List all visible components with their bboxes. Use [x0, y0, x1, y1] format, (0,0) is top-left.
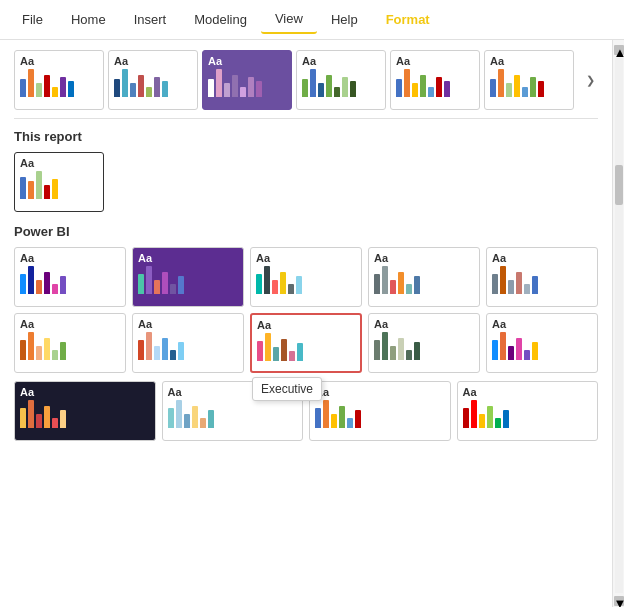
- bar: [310, 69, 316, 97]
- pbi-theme-card-6[interactable]: Aa: [132, 313, 244, 373]
- mini-bars: [138, 332, 238, 360]
- pbi-theme-card-8[interactable]: Aa: [368, 313, 480, 373]
- bar: [176, 400, 182, 428]
- bar: [240, 87, 246, 97]
- bar: [398, 338, 404, 360]
- top-theme-card-3[interactable]: Aa: [296, 50, 386, 110]
- bar: [178, 276, 184, 294]
- aa-label: Aa: [490, 55, 568, 67]
- pbi-theme-card-1[interactable]: Aa: [132, 247, 244, 307]
- bar: [347, 418, 353, 428]
- top-theme-card-2[interactable]: Aa: [202, 50, 292, 110]
- menu-view[interactable]: View: [261, 5, 317, 34]
- bar: [374, 274, 380, 294]
- top-theme-card-0[interactable]: Aa: [14, 50, 104, 110]
- aa-label: Aa: [396, 55, 474, 67]
- pbi-last-theme-card-3[interactable]: Aa: [457, 381, 599, 441]
- bar: [28, 400, 34, 428]
- bar: [492, 274, 498, 294]
- pbi-theme-card-3[interactable]: Aa: [368, 247, 480, 307]
- bar: [60, 342, 66, 360]
- aa-label: Aa: [168, 386, 298, 398]
- last-row-themes-grid: AaAaAaAa: [14, 381, 598, 441]
- bar: [326, 75, 332, 97]
- bar: [154, 280, 160, 294]
- scroll-up-btn[interactable]: ▲: [614, 45, 624, 55]
- bar: [36, 280, 42, 294]
- bar: [184, 414, 190, 428]
- mini-bars: [492, 332, 592, 360]
- bar: [323, 400, 329, 428]
- bar: [162, 338, 168, 360]
- menu-help[interactable]: Help: [317, 6, 372, 33]
- bar: [264, 266, 270, 294]
- bar: [390, 280, 396, 294]
- bar: [444, 81, 450, 97]
- menu-format[interactable]: Format: [372, 6, 444, 33]
- this-report-theme-card[interactable]: Aa: [14, 152, 104, 212]
- bar: [60, 77, 66, 97]
- this-report-title: This report: [14, 129, 598, 144]
- bar: [130, 83, 136, 97]
- bar: [68, 81, 74, 97]
- bar: [406, 284, 412, 294]
- bar: [138, 274, 144, 294]
- bar: [168, 408, 174, 428]
- bar: [428, 87, 434, 97]
- mini-bars: [256, 266, 356, 294]
- pbi-theme-card-2[interactable]: Aa: [250, 247, 362, 307]
- bar: [28, 266, 34, 294]
- aa-label: Aa: [257, 319, 355, 331]
- bar: [154, 77, 160, 97]
- bar: [248, 77, 254, 97]
- menu-insert[interactable]: Insert: [120, 6, 181, 33]
- bar: [500, 332, 506, 360]
- mini-bars: [20, 266, 120, 294]
- bar: [490, 79, 496, 97]
- pbi-theme-card-7[interactable]: AaExecutive: [250, 313, 362, 373]
- aa-label: Aa: [302, 55, 380, 67]
- menu-home[interactable]: Home: [57, 6, 120, 33]
- scroll-thumb[interactable]: [615, 165, 623, 205]
- power-bi-title: Power BI: [14, 224, 598, 239]
- pbi-theme-card-0[interactable]: Aa: [14, 247, 126, 307]
- aa-label: Aa: [20, 252, 120, 264]
- pbi-theme-card-9[interactable]: Aa: [486, 313, 598, 373]
- bar: [192, 406, 198, 428]
- bar: [297, 343, 303, 361]
- top-themes-container: AaAaAaAaAaAa: [14, 50, 578, 110]
- bar: [36, 414, 42, 428]
- bar: [162, 81, 168, 97]
- bar: [44, 338, 50, 360]
- bar: [146, 87, 152, 97]
- bar: [471, 400, 477, 428]
- pbi-last-theme-card-0[interactable]: Aa: [14, 381, 156, 441]
- bar: [44, 406, 50, 428]
- bar: [412, 83, 418, 97]
- mini-bars: [302, 69, 380, 97]
- mini-bars: [396, 69, 474, 97]
- menu-file[interactable]: File: [8, 6, 57, 33]
- top-themes-row: AaAaAaAaAaAa ❯: [14, 50, 598, 119]
- top-theme-card-5[interactable]: Aa: [484, 50, 574, 110]
- bar: [339, 406, 345, 428]
- aa-label: Aa: [20, 318, 120, 330]
- bar: [532, 276, 538, 294]
- bar: [154, 346, 160, 360]
- bar: [208, 410, 214, 428]
- top-row-scroll-btn[interactable]: ❯: [582, 50, 598, 110]
- top-theme-card-1[interactable]: Aa: [108, 50, 198, 110]
- bar: [436, 77, 442, 97]
- pbi-theme-card-5[interactable]: Aa: [14, 313, 126, 373]
- menu-modeling[interactable]: Modeling: [180, 6, 261, 33]
- top-theme-card-4[interactable]: Aa: [390, 50, 480, 110]
- pbi-last-theme-card-1[interactable]: Aa: [162, 381, 304, 441]
- pbi-last-theme-card-2[interactable]: Aa: [309, 381, 451, 441]
- pbi-theme-card-4[interactable]: Aa: [486, 247, 598, 307]
- bar: [382, 332, 388, 360]
- scrollbar[interactable]: ▲ ▼: [612, 40, 624, 607]
- scroll-down-btn[interactable]: ▼: [614, 596, 624, 606]
- bar: [257, 341, 263, 361]
- bar: [224, 83, 230, 97]
- bar: [334, 87, 340, 97]
